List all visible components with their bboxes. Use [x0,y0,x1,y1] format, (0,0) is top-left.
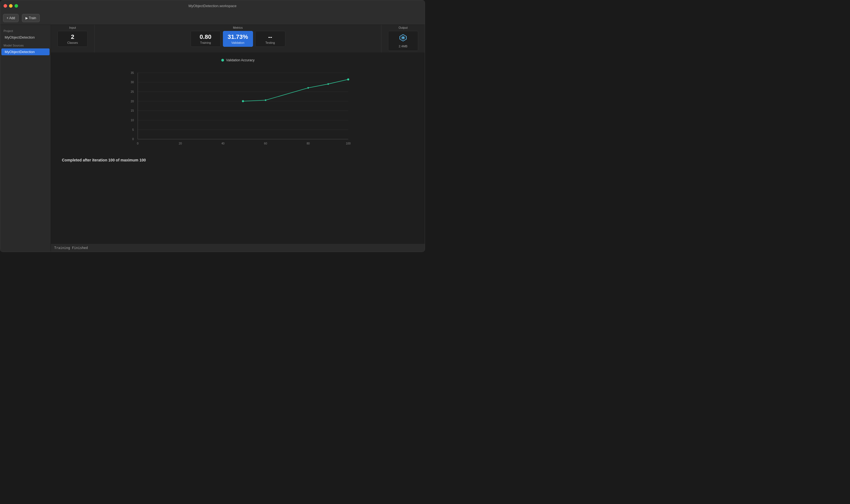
chart-container: 35 30 25 20 15 10 5 0 0 20 40 60 80 [62,68,414,150]
close-button[interactable] [3,4,7,8]
chart-svg: 35 30 25 20 15 10 5 0 0 20 40 60 80 [62,68,414,150]
metric-card-validation[interactable]: 31.73% Validation [223,31,253,47]
svg-text:20: 20 [179,142,182,145]
sidebar: Project MyObjectDetection Model Sources … [0,25,51,252]
input-header: Input [69,26,76,30]
input-cards: 2 Classes [56,30,89,47]
metrics-cards: 0.80 Training 31.73% Validation -- Testi… [190,30,287,47]
metric-value-training: 0.80 [195,33,216,40]
title-bar: MyObjectDetection.workspace [0,0,425,11]
metric-card-testing[interactable]: -- Testing [255,31,285,47]
output-cards: 2.4MB [387,30,419,51]
completed-text: Completed after iteration 100 of maximum… [62,158,414,162]
legend-label: Validation Accuracy [226,58,255,62]
metric-value-validation: 31.73% [228,33,248,40]
svg-text:15: 15 [131,109,134,112]
metrics-header: Metrics [233,26,243,30]
svg-text:60: 60 [264,142,267,145]
svg-text:10: 10 [131,119,134,122]
svg-text:5: 5 [132,128,134,131]
project-section-label: Project [0,27,51,34]
output-header: Output [398,26,407,30]
sidebar-item-project-name[interactable]: MyObjectDetection [1,34,50,41]
metrics-section: Metrics 0.80 Training 31.73% Validation … [94,25,381,53]
minimize-button[interactable] [9,4,13,8]
svg-point-2 [402,37,404,39]
svg-point-31 [347,78,349,80]
traffic-lights [3,4,18,8]
metric-card-training[interactable]: 0.80 Training [191,31,221,47]
output-size: 2.4MB [399,44,407,48]
main-window: MyObjectDetection.workspace + Add ▶ Trai… [0,0,425,252]
add-button[interactable]: + Add [3,14,19,22]
chart-area: Validation Accuracy [51,53,425,244]
input-section: Input 2 Classes [51,25,94,53]
metric-label-validation: Validation [228,41,248,44]
svg-text:25: 25 [131,90,134,93]
svg-text:40: 40 [221,142,225,145]
sidebar-item-model[interactable]: MyObjectDetection [1,49,50,55]
content-area: Input 2 Classes Metrics 0.80 Train [51,25,425,252]
train-button[interactable]: ▶ Train [22,14,40,22]
metric-label-training: Training [195,41,216,44]
svg-text:80: 80 [307,142,310,145]
svg-point-27 [242,100,244,102]
svg-point-30 [328,83,329,85]
window-title: MyObjectDetection.workspace [188,4,237,8]
metric-label-testing: Testing [260,41,281,44]
svg-text:100: 100 [346,142,350,145]
status-bar: Training Finished [51,244,425,252]
toolbar: + Add ▶ Train [0,11,425,25]
model-sources-label: Model Sources [0,41,51,48]
metric-label-classes: Classes [62,41,83,44]
maximize-button[interactable] [15,4,18,8]
metrics-bar: Input 2 Classes Metrics 0.80 Train [51,25,425,53]
svg-text:0: 0 [132,138,134,141]
svg-text:35: 35 [131,71,134,74]
model-icon [393,33,414,43]
svg-text:30: 30 [131,81,134,84]
metric-card-classes[interactable]: 2 Classes [57,31,88,47]
output-section: Output 2.4MB [381,25,425,53]
metric-value-testing: -- [260,33,281,40]
metric-card-output[interactable]: 2.4MB [388,31,418,51]
status-text: Training Finished [54,246,88,250]
legend-dot [221,59,224,61]
svg-text:0: 0 [137,142,139,145]
metric-value-classes: 2 [62,33,83,40]
svg-point-28 [265,99,266,101]
chart-legend: Validation Accuracy [62,58,414,62]
svg-point-29 [308,87,309,89]
svg-text:20: 20 [131,100,134,103]
main-layout: Project MyObjectDetection Model Sources … [0,25,425,252]
